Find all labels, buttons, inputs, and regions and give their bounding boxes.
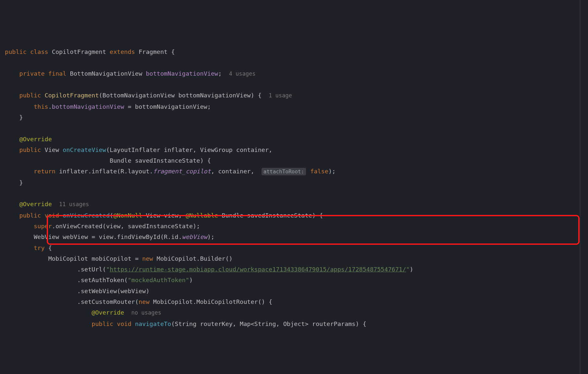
code-line-26: public void navigateTo(String routerKey,…: [5, 320, 366, 327]
code-line-17: super.onViewCreated(view, savedInstanceS…: [5, 223, 200, 230]
usage-hint[interactable]: 1 usage: [269, 92, 292, 99]
code-line-23: .setWebView(webView): [5, 288, 150, 294]
param-hint: attachToRoot:: [262, 168, 306, 175]
editor-right-margin: [580, 0, 580, 374]
code-line-11: Bundle savedInstanceState) {: [5, 157, 211, 164]
code-line-21: .setUrl("https://runtime-stage.mobiapp.c…: [5, 266, 413, 273]
code-line-19: try {: [5, 244, 52, 251]
usage-hint[interactable]: 4 usages: [229, 70, 256, 77]
code-line-10: public View onCreateView(LayoutInflater …: [5, 146, 272, 153]
code-line-16: public void onViewCreated(@NonNull View …: [5, 212, 323, 219]
usage-hint[interactable]: 11 usages: [59, 201, 89, 207]
code-line-1: public class CopilotFragment extends Fra…: [5, 48, 175, 55]
code-line-20: MobiCopilot mobiCopilot = new MobiCopilo…: [5, 255, 233, 262]
code-editor[interactable]: public class CopilotFragment extends Fra…: [5, 46, 583, 329]
usage-hint[interactable]: no usages: [131, 309, 161, 316]
code-line-5: public CopilotFragment(BottomNavigationV…: [5, 92, 292, 99]
code-line-18: WebView webView = view.findViewById(R.id…: [5, 233, 214, 240]
url-link[interactable]: https://runtime-stage.mobiapp.cloud/work…: [110, 266, 406, 273]
code-line-7: }: [5, 114, 23, 121]
code-line-12: return inflater.inflate(R.layout.fragmen…: [5, 168, 336, 175]
code-line-6: this.bottomNavigationView = bottomNaviga…: [5, 103, 211, 110]
code-line-22: .setAuthToken("mockedAuthToken"): [5, 277, 193, 283]
code-line-9: @Override: [5, 136, 52, 143]
code-line-24: .setCustomRouter(new MobiCopilot.MobiCop…: [5, 298, 272, 305]
code-line-25: @Override no usages: [5, 309, 161, 316]
code-line-13: }: [5, 179, 23, 186]
code-line-3: private final BottomNavigationView botto…: [5, 70, 256, 77]
code-line-15: @Override 11 usages: [5, 201, 89, 207]
